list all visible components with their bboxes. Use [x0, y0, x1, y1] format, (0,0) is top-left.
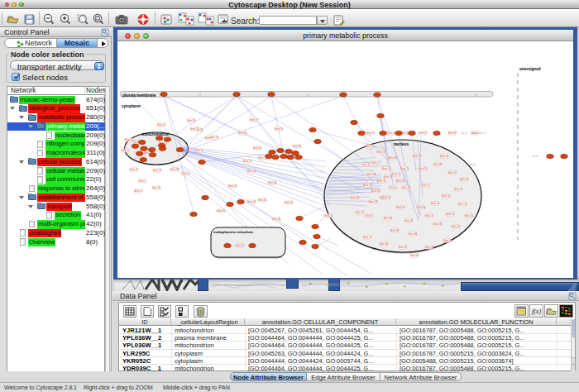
svg-text:Gene-69: Gene-69	[367, 173, 376, 176]
svg-text:(xx-x): (xx-x)	[533, 155, 538, 158]
svg-text:Gene-75: Gene-75	[400, 167, 409, 170]
svg-text:(xx-x): (xx-x)	[462, 131, 467, 135]
svg-text:Gene-80: Gene-80	[187, 119, 196, 122]
svg-text:Gene-31: Gene-31	[153, 169, 162, 172]
svg-text:Gene-51: Gene-51	[419, 167, 428, 170]
svg-text:Gene-24: Gene-24	[425, 246, 434, 249]
svg-text:Gene-29: Gene-29	[190, 127, 199, 131]
svg-text:Gene-66: Gene-66	[247, 200, 256, 203]
svg-text:nucleus: nucleus	[394, 142, 409, 146]
svg-text:Gene-80: Gene-80	[380, 242, 389, 246]
svg-text:Gene-82: Gene-82	[448, 131, 457, 135]
svg-text:Gene-50: Gene-50	[253, 146, 262, 150]
svg-text:Gene-46: Gene-46	[351, 196, 360, 199]
svg-text:Gene-70: Gene-70	[446, 213, 455, 216]
svg-text:[--]: [--]	[475, 93, 478, 97]
svg-text:Gene-88: Gene-88	[170, 168, 179, 171]
svg-text:Gene-17: Gene-17	[356, 211, 365, 214]
svg-text:cytoplasm: cytoplasm	[122, 104, 141, 108]
svg-text:Gene-6: Gene-6	[182, 172, 189, 175]
svg-text:Gene-45: Gene-45	[382, 196, 391, 199]
svg-text:Gene-83: Gene-83	[433, 163, 443, 166]
svg-text:[--]: [--]	[306, 93, 309, 97]
svg-text:Gene-81: Gene-81	[443, 239, 452, 242]
svg-text:(xx-x): (xx-x)	[472, 131, 478, 135]
svg-text:Gene-35: Gene-35	[371, 189, 380, 193]
svg-text:Gene-26: Gene-26	[285, 201, 294, 204]
svg-text:Gene-3: Gene-3	[422, 184, 429, 187]
svg-text:Gene-29: Gene-29	[247, 170, 256, 173]
svg-text:Gene-21: Gene-21	[366, 145, 375, 148]
svg-text:Gene-10: Gene-10	[382, 167, 391, 170]
svg-text:Gene-8: Gene-8	[419, 131, 427, 135]
svg-text:Gene-72: Gene-72	[377, 179, 386, 183]
svg-text:Gene-55: Gene-55	[396, 179, 405, 183]
svg-text:Gene-9: Gene-9	[366, 214, 373, 218]
svg-text:Gene-40: Gene-40	[440, 155, 449, 158]
svg-text:Gene-27: Gene-27	[369, 200, 378, 203]
svg-text:Gene-84: Gene-84	[384, 217, 393, 220]
svg-text:Gene-8: Gene-8	[362, 163, 370, 166]
svg-text:Gene-30: Gene-30	[272, 218, 281, 221]
svg-text:[--]: [--]	[198, 93, 201, 97]
svg-text:Gene-0: Gene-0	[390, 186, 397, 189]
svg-text:Gene-21: Gene-21	[363, 236, 372, 239]
svg-text:Gene-37: Gene-37	[377, 151, 386, 154]
svg-text:Gene-7: Gene-7	[139, 179, 146, 183]
svg-text:Gene-21: Gene-21	[454, 188, 463, 191]
svg-text:Gene-13: Gene-13	[442, 194, 451, 198]
svg-text:Gene-1: Gene-1	[195, 149, 203, 152]
svg-text:Gene-71: Gene-71	[243, 160, 252, 163]
svg-text:Gene-31: Gene-31	[275, 127, 284, 131]
svg-text:Gene-28: Gene-28	[293, 145, 302, 148]
svg-text:Gene-86: Gene-86	[410, 254, 419, 257]
svg-text:Gene-84: Gene-84	[417, 206, 426, 209]
svg-text:mitochondrion: mitochondrion	[141, 132, 170, 136]
svg-text:(xx-x): (xx-x)	[480, 131, 486, 135]
svg-text:Gene-20: Gene-20	[431, 202, 440, 205]
svg-text:Gene-64: Gene-64	[228, 184, 237, 188]
svg-text:Gene-84: Gene-84	[404, 219, 414, 222]
svg-text:(xx-x): (xx-x)	[470, 163, 476, 166]
svg-text:Gene-67: Gene-67	[399, 246, 408, 249]
svg-text:Gene-12: Gene-12	[392, 173, 401, 176]
svg-text:Gene-73: Gene-73	[134, 189, 143, 193]
svg-text:Gene-84: Gene-84	[238, 131, 247, 135]
svg-text:Gene-46: Gene-46	[409, 232, 418, 236]
svg-text:Gene-1: Gene-1	[372, 161, 380, 165]
svg-text:Gene-2: Gene-2	[387, 131, 395, 135]
svg-text:Gene-22: Gene-22	[324, 214, 333, 218]
svg-text:Gene-41: Gene-41	[448, 171, 457, 174]
svg-text:unassigned: unassigned	[519, 67, 541, 71]
svg-text:plasma membrane: plasma membrane	[122, 93, 156, 98]
svg-text:Gene-12: Gene-12	[366, 131, 376, 135]
svg-text:Gene-75: Gene-75	[425, 214, 434, 218]
svg-text:Gene-23: Gene-23	[402, 186, 411, 189]
svg-text:Gene-1: Gene-1	[122, 149, 129, 152]
svg-text:Gene-23: Gene-23	[125, 138, 134, 141]
svg-text:Gene-45: Gene-45	[152, 186, 161, 189]
svg-text:Gene-12: Gene-12	[130, 168, 139, 171]
svg-text:Gene-29: Gene-29	[210, 136, 219, 139]
svg-text:endoplasmic reticulum: endoplasmic reticulum	[213, 230, 253, 234]
svg-text:Gene-58: Gene-58	[460, 178, 469, 181]
svg-text:Gene-47: Gene-47	[363, 184, 372, 187]
svg-text:Gene-55: Gene-55	[465, 214, 474, 218]
svg-text:Gene-66: Gene-66	[390, 229, 400, 232]
svg-text:Gene-40: Gene-40	[268, 181, 277, 184]
svg-text:Gene-87: Gene-87	[396, 206, 405, 209]
svg-text:Gene-46: Gene-46	[388, 156, 397, 160]
svg-text:Gene-21: Gene-21	[236, 244, 245, 247]
svg-text:Gene-45: Gene-45	[452, 225, 461, 228]
svg-text:Gene-66: Gene-66	[433, 222, 443, 226]
svg-text:Gene-85: Gene-85	[217, 209, 226, 213]
svg-text:Gene-77: Gene-77	[250, 118, 259, 122]
svg-text:Gene-76: Gene-76	[413, 155, 422, 158]
svg-text:Gene-66: Gene-66	[258, 198, 267, 202]
svg-text:Gene-11: Gene-11	[157, 123, 165, 127]
svg-text:Gene-74: Gene-74	[458, 203, 467, 206]
